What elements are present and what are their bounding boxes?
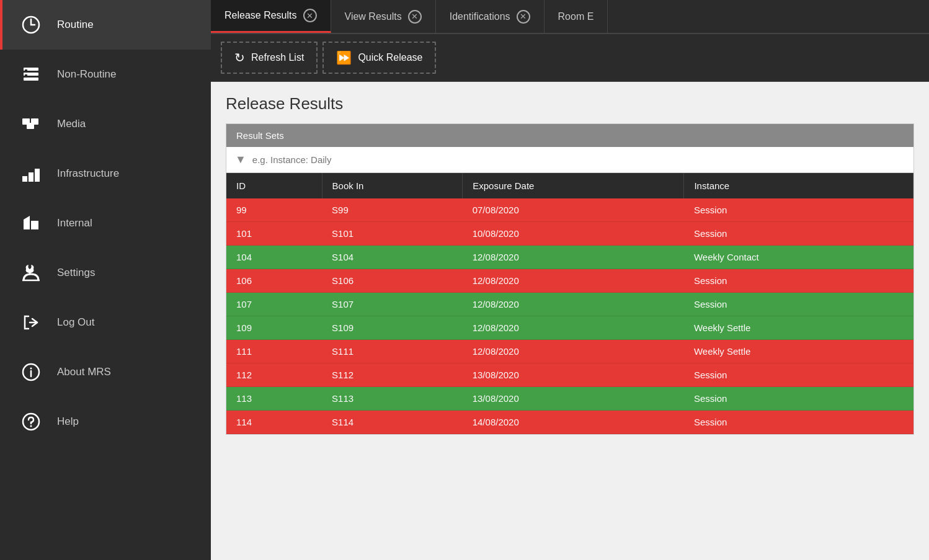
cell-instance: Session xyxy=(684,269,913,293)
table-row[interactable]: 112S11213/08/2020Session xyxy=(226,363,913,387)
cell-exposure-date: 12/08/2020 xyxy=(463,316,684,340)
cell-instance: Session xyxy=(684,387,913,411)
sidebar-item-media[interactable]: Media xyxy=(0,99,211,149)
settings-icon xyxy=(17,259,45,287)
tab-label-room-e: Room E xyxy=(558,11,594,22)
cell-instance: Weekly Settle xyxy=(684,316,913,340)
col-header-book-in: Book In xyxy=(322,173,463,198)
cell-exposure-date: 12/08/2020 xyxy=(463,246,684,269)
result-sets-panel: Result Sets ▼ IDBook InExposure DateInst… xyxy=(226,123,914,435)
table-row[interactable]: 109S10912/08/2020Weekly Settle xyxy=(226,316,913,340)
sidebar-item-label-logout: Log Out xyxy=(57,316,95,329)
table-row[interactable]: 114S11414/08/2020Session xyxy=(226,411,913,434)
tab-close-release-results[interactable]: ✕ xyxy=(303,9,317,22)
page-title: Release Results xyxy=(226,94,914,113)
svg-point-17 xyxy=(30,368,32,370)
cell-book-in: S109 xyxy=(322,316,463,340)
cell-id: 101 xyxy=(226,222,322,246)
table-header: IDBook InExposure DateInstance xyxy=(226,173,913,198)
help-icon xyxy=(17,408,45,435)
cell-exposure-date: 12/08/2020 xyxy=(463,340,684,363)
sidebar-item-routine[interactable]: Routine xyxy=(0,0,211,50)
table-row[interactable]: 113S11313/08/2020Session xyxy=(226,387,913,411)
cell-id: 106 xyxy=(226,269,322,293)
tab-room-e[interactable]: Room E xyxy=(545,0,608,33)
cell-book-in: S101 xyxy=(322,222,463,246)
cell-book-in: S107 xyxy=(322,293,463,316)
tab-label-view-results: View Results xyxy=(345,11,402,22)
table-row[interactable]: 106S10612/08/2020Session xyxy=(226,269,913,293)
tab-identifications[interactable]: Identifications✕ xyxy=(436,0,545,33)
sidebar-item-settings[interactable]: Settings xyxy=(0,248,211,298)
sidebar-item-internal[interactable]: Internal xyxy=(0,198,211,248)
sidebar-item-label-infrastructure: Infrastructure xyxy=(57,167,119,180)
cell-id: 113 xyxy=(226,387,322,411)
cell-instance: Session xyxy=(684,411,913,434)
table-row[interactable]: 104S10412/08/2020Weekly Contact xyxy=(226,246,913,269)
sidebar-item-label-about: About MRS xyxy=(57,366,111,378)
sidebar-item-label-settings: Settings xyxy=(57,267,95,279)
cell-book-in: S114 xyxy=(322,411,463,434)
sidebar-item-label-media: Media xyxy=(57,118,86,130)
cell-id: 109 xyxy=(226,316,322,340)
cell-exposure-date: 12/08/2020 xyxy=(463,269,684,293)
cell-book-in: S104 xyxy=(322,246,463,269)
sidebar-item-non-routine[interactable]: Non-Routine xyxy=(0,50,211,99)
sidebar: RoutineNon-RoutineMediaInfrastructureInt… xyxy=(0,0,211,560)
tab-release-results[interactable]: Release Results✕ xyxy=(211,0,331,33)
col-header-id: ID xyxy=(226,173,322,198)
tab-label-identifications: Identifications xyxy=(450,11,510,22)
sidebar-item-label-routine: Routine xyxy=(57,19,94,31)
tab-close-view-results[interactable]: ✕ xyxy=(408,10,422,24)
tab-close-identifications[interactable]: ✕ xyxy=(517,10,530,24)
quick-release-button[interactable]: ⏩ Quick Release xyxy=(322,42,436,74)
svg-point-19 xyxy=(30,425,32,427)
table-row[interactable]: 111S11112/08/2020Weekly Settle xyxy=(226,340,913,363)
cell-exposure-date: 13/08/2020 xyxy=(463,363,684,387)
cell-book-in: S113 xyxy=(322,387,463,411)
result-sets-header: Result Sets xyxy=(226,124,913,147)
table-body: 99S9907/08/2020Session101S10110/08/2020S… xyxy=(226,198,913,434)
non-routine-icon xyxy=(17,61,45,88)
cell-exposure-date: 14/08/2020 xyxy=(463,411,684,434)
tab-label-release-results: Release Results xyxy=(224,10,297,21)
cell-instance: Weekly Settle xyxy=(684,340,913,363)
cell-book-in: S106 xyxy=(322,269,463,293)
refresh-list-button[interactable]: ↻ Refresh List xyxy=(221,42,318,74)
filter-icon: ▼ xyxy=(235,153,246,166)
cell-id: 104 xyxy=(226,246,322,269)
main-area: Release Results✕View Results✕Identificat… xyxy=(211,0,929,560)
table-header-row: IDBook InExposure DateInstance xyxy=(226,173,913,198)
table-row[interactable]: 99S9907/08/2020Session xyxy=(226,198,913,222)
cell-exposure-date: 13/08/2020 xyxy=(463,387,684,411)
cell-id: 107 xyxy=(226,293,322,316)
cell-book-in: S99 xyxy=(322,198,463,222)
internal-icon xyxy=(17,210,45,237)
refresh-icon: ↻ xyxy=(234,50,245,65)
filter-input[interactable] xyxy=(252,154,905,165)
filter-bar: ▼ xyxy=(226,147,913,173)
table-row[interactable]: 107S10712/08/2020Session xyxy=(226,293,913,316)
sidebar-item-label-help: Help xyxy=(57,416,79,428)
toolbar: ↻ Refresh List ⏩ Quick Release xyxy=(211,34,929,82)
cell-instance: Weekly Contact xyxy=(684,246,913,269)
cell-instance: Session xyxy=(684,363,913,387)
tab-bar: Release Results✕View Results✕Identificat… xyxy=(211,0,929,34)
col-header-instance: Instance xyxy=(684,173,913,198)
cell-exposure-date: 12/08/2020 xyxy=(463,293,684,316)
cell-id: 99 xyxy=(226,198,322,222)
sidebar-item-logout[interactable]: Log Out xyxy=(0,298,211,347)
cell-id: 111 xyxy=(226,340,322,363)
cell-book-in: S111 xyxy=(322,340,463,363)
svg-rect-8 xyxy=(31,118,38,125)
table-row[interactable]: 101S10110/08/2020Session xyxy=(226,222,913,246)
sidebar-item-label-internal: Internal xyxy=(57,217,92,229)
tab-view-results[interactable]: View Results✕ xyxy=(331,0,436,33)
result-table: IDBook InExposure DateInstance 99S9907/0… xyxy=(226,173,913,434)
logout-icon xyxy=(17,309,45,336)
sidebar-item-infrastructure[interactable]: Infrastructure xyxy=(0,149,211,198)
cell-exposure-date: 10/08/2020 xyxy=(463,222,684,246)
sidebar-item-help[interactable]: Help xyxy=(0,397,211,447)
sidebar-item-about[interactable]: About MRS xyxy=(0,347,211,397)
media-icon xyxy=(17,110,45,138)
